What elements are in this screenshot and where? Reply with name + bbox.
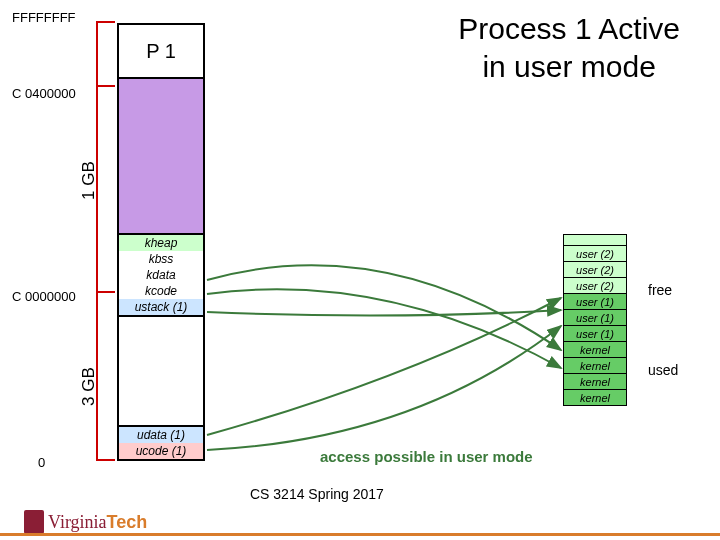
access-caption: access possible in user mode [320, 448, 533, 465]
seg-kcode: kcode [119, 283, 203, 299]
addr-0: 0 [38, 455, 45, 470]
p1-label: P 1 [146, 40, 176, 62]
region-user-3gb [117, 317, 205, 427]
course-footer: CS 3214 Spring 2017 [250, 486, 384, 502]
vt-shield-icon [24, 510, 44, 534]
logo-tech: Tech [107, 512, 148, 532]
seg-kbss: kbss [119, 251, 203, 267]
user-segments: udata (1) ucode (1) [117, 427, 205, 461]
phys-row-6: kernel [563, 342, 627, 358]
logo-virginia: Virginia [48, 512, 107, 532]
label-1gb: 1 GB [79, 161, 99, 200]
phys-row-0: user (2) [563, 246, 627, 262]
mapping-arrows [205, 240, 565, 460]
phys-row-5: user (1) [563, 326, 627, 342]
seg-ustack1: ustack (1) [119, 299, 203, 315]
label-3gb: 3 GB [79, 367, 99, 406]
footer-bar [0, 533, 720, 536]
seg-ucode1: ucode (1) [119, 443, 203, 459]
phys-row-2: user (2) [563, 278, 627, 294]
phys-row-1: user (2) [563, 262, 627, 278]
phys-row-7: kernel [563, 358, 627, 374]
region-p1: P 1 [117, 23, 205, 79]
legend-used: used [648, 362, 678, 378]
phys-row-3: user (1) [563, 294, 627, 310]
seg-kheap: kheap [119, 235, 203, 251]
seg-udata1: udata (1) [119, 427, 203, 443]
region-kernel-1gb [117, 79, 205, 235]
addr-ffffffff: FFFFFFFF [12, 10, 76, 25]
vt-logo: VirginiaTech [24, 510, 147, 534]
seg-kdata: kdata [119, 267, 203, 283]
physical-memory: user (2)user (2)user (2)user (1)user (1)… [563, 234, 627, 406]
addr-c0000000: C 0000000 [12, 289, 76, 304]
phys-row-4: user (1) [563, 310, 627, 326]
logo-text: VirginiaTech [48, 512, 147, 533]
kernel-segments: kheap kbss kdata kcode ustack (1) [117, 235, 205, 317]
phys-row-9: kernel [563, 390, 627, 406]
page-title: Process 1 Active in user mode [458, 10, 680, 85]
legend-free: free [648, 282, 672, 298]
phys-top-free [563, 234, 627, 246]
title-line2: in user mode [482, 50, 655, 83]
title-line1: Process 1 Active [458, 12, 680, 45]
phys-row-8: kernel [563, 374, 627, 390]
addr-c0400000: C 0400000 [12, 86, 76, 101]
